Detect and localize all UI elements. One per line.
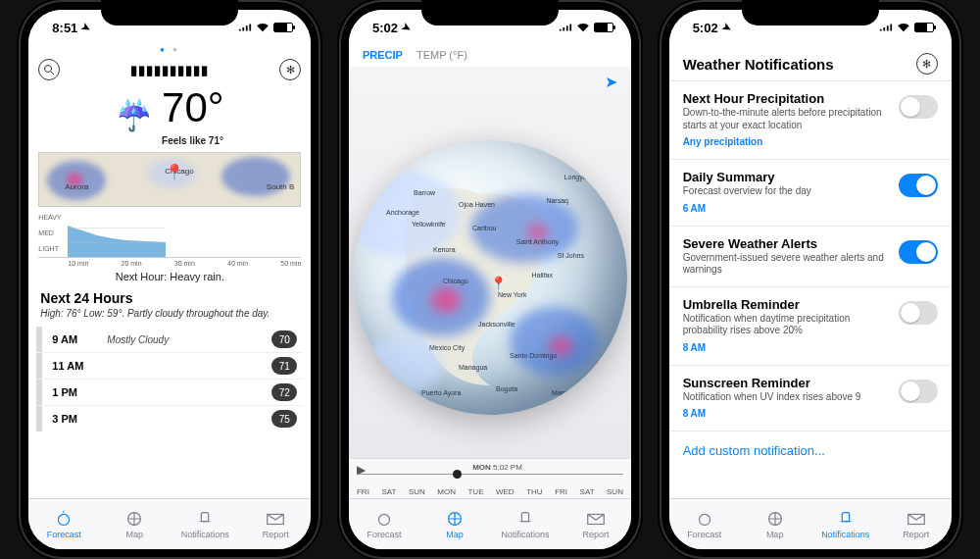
hour-row[interactable]: 1 PM72: [36, 379, 303, 405]
timeline-day: MON: [472, 463, 491, 472]
precip-area: [68, 214, 166, 257]
notif-option[interactable]: 6 AM: [683, 203, 707, 214]
city-bogota: Bogota: [496, 385, 517, 392]
chart-y-med: MED: [38, 229, 61, 238]
city-narsaq: Narsaq: [546, 197, 568, 204]
location-services-icon: ➤: [79, 20, 93, 35]
tab-forecast[interactable]: Forecast: [677, 510, 732, 539]
bell-icon: [514, 510, 536, 528]
notification-row[interactable]: Umbrella Reminder Notification when dayt…: [669, 287, 952, 366]
chart-x-50: 50 min: [280, 260, 301, 267]
notif-title: Umbrella Reminder: [683, 297, 891, 312]
notif-desc: Forecast overview for the day: [683, 185, 891, 198]
svg-point-5: [59, 514, 70, 525]
next-24h-section: Next 24 Hours High: 76° Low: 59°. Partly…: [28, 282, 311, 319]
tab-notifications[interactable]: Notifications: [177, 510, 232, 539]
hour-row[interactable]: 3 PM75: [36, 405, 303, 432]
city-manaus: Manaus: [552, 389, 576, 396]
hour-time: 1 PM: [52, 386, 97, 398]
notif-option[interactable]: Any precipitation: [683, 136, 763, 147]
notif-desc: Notification when UV index rises above 9: [683, 391, 891, 404]
tab-map[interactable]: Map: [748, 510, 803, 539]
scrubber-knob[interactable]: [453, 470, 462, 479]
notification-row[interactable]: Sunscreen Reminder Notification when UV …: [669, 366, 952, 432]
tab-report[interactable]: Report: [889, 510, 944, 539]
recenter-button[interactable]: ➤: [605, 73, 617, 91]
city-anchorage: Anchorage: [386, 209, 419, 216]
tab-notifications[interactable]: Notifications: [498, 510, 553, 539]
time-scrubber[interactable]: ▶ MON 5:02 PM FRI SAT SUN MON TUE WED TH…: [349, 458, 631, 498]
city-caribou: Caribou: [472, 225, 497, 231]
svg-line-1: [51, 72, 54, 75]
hour-row[interactable]: 9 AMMostly Cloudy70: [36, 327, 303, 352]
hourly-list[interactable]: 9 AMMostly Cloudy70 11 AM71 1 PM72 3 PM7…: [36, 327, 303, 432]
map-label-aurora: Aurora: [65, 182, 88, 191]
notch: [101, 0, 238, 25]
notif-toggle[interactable]: [899, 174, 938, 197]
precip-map-thumbnail[interactable]: Aurora Chicago South B 📍: [38, 152, 301, 207]
forecast-icon: [373, 510, 395, 528]
chart-x-30: 30 min: [174, 260, 195, 267]
tab-report[interactable]: Report: [248, 510, 303, 539]
envelope-icon: [906, 510, 927, 528]
city-stanthony: Saint Anthony: [516, 238, 559, 245]
svg-point-14: [699, 514, 710, 525]
tab-forecast[interactable]: Forecast: [36, 510, 91, 539]
map-label-southb: South B: [267, 182, 294, 191]
tick: SAT: [580, 487, 595, 496]
city-barrow: Barrow: [414, 189, 435, 196]
tab-forecast[interactable]: Forecast: [357, 510, 412, 539]
add-custom-notification[interactable]: Add custom notification...: [669, 432, 952, 470]
tick: FRI: [555, 487, 567, 496]
wifi-icon: [897, 23, 910, 32]
feels-like: Feels like 71°: [162, 135, 224, 146]
notification-row[interactable]: Next Hour Precipitation Down-to-the-minu…: [669, 81, 952, 160]
battery-icon: [914, 23, 934, 32]
notch: [421, 0, 559, 25]
tab-map[interactable]: Map: [427, 510, 482, 539]
notch: [742, 0, 879, 25]
wifi-icon: [576, 23, 590, 32]
forecast-icon: [53, 510, 74, 528]
gear-icon: ✻: [922, 58, 931, 71]
tick: WED: [496, 487, 514, 496]
city-kenora: Kenora: [433, 246, 456, 253]
tab-notifications[interactable]: Notifications: [818, 510, 873, 539]
phone-forecast: 8:51➤ ● ● ▮▮▮▮▮▮▮▮▮▮ ✻ ☔ 70°: [19, 0, 320, 559]
tab-bar: Forecast Map Notifications Report: [349, 498, 631, 549]
globe[interactable]: Barrow Narsaq Longyearbyen Anchorage Ojo…: [353, 140, 627, 415]
notif-toggle[interactable]: [899, 301, 938, 325]
notif-toggle[interactable]: [899, 95, 938, 119]
page-dots[interactable]: ● ●: [28, 45, 311, 59]
notification-list: Next Hour Precipitation Down-to-the-minu…: [669, 80, 952, 432]
notif-title: Daily Summary: [683, 170, 891, 184]
tab-temp[interactable]: TEMP (°F): [416, 49, 467, 61]
tab-map[interactable]: Map: [107, 510, 162, 539]
search-button[interactable]: [38, 59, 60, 80]
notif-option[interactable]: 8 AM: [683, 408, 707, 419]
city-puertoayora: Puerto Ayora: [421, 389, 461, 396]
page-title: Weather Notifications: [683, 56, 834, 73]
tab-precip[interactable]: PRECIP: [363, 49, 403, 61]
notif-toggle[interactable]: [899, 380, 938, 403]
notification-row[interactable]: Severe Weather Alerts Government-issued …: [669, 227, 952, 287]
status-time: 8:51: [52, 21, 77, 35]
chart-y-light: LIGHT: [38, 244, 61, 254]
phone-notifications: 5:02➤ Weather Notifications ✻ Next Hour …: [660, 0, 961, 559]
globe-view[interactable]: ➤ Barrow Narsaq Longyearbyen: [349, 67, 631, 458]
location-title[interactable]: ▮▮▮▮▮▮▮▮▮▮: [130, 63, 209, 77]
notif-title: Severe Weather Alerts: [683, 236, 891, 251]
notif-toggle[interactable]: [899, 240, 938, 264]
settings-button[interactable]: ✻: [916, 53, 938, 75]
hour-row[interactable]: 11 AM71: [36, 352, 303, 379]
svg-marker-2: [68, 226, 166, 257]
notif-title: Next Hour Precipitation: [683, 91, 891, 106]
city-mexico: Mexico City: [429, 344, 465, 351]
tab-report[interactable]: Report: [568, 510, 623, 539]
settings-button[interactable]: ✻: [279, 59, 301, 80]
hour-time: 3 PM: [52, 413, 97, 425]
hour-time: 9 AM: [52, 333, 97, 345]
notif-option[interactable]: 8 AM: [683, 342, 707, 353]
notification-row[interactable]: Daily Summary Forecast overview for the …: [669, 160, 952, 227]
city-yellowknife: Yellowknife: [412, 221, 446, 228]
